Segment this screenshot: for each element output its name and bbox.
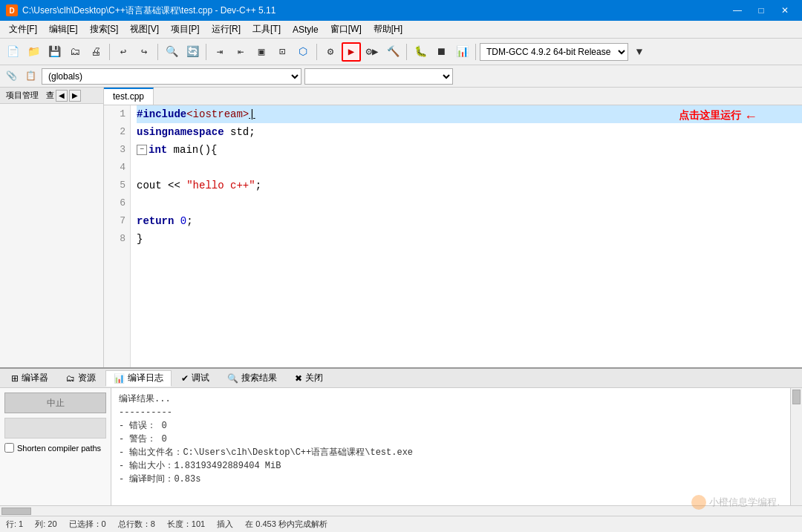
bottom-tab-关闭[interactable]: ✖关闭 (287, 370, 331, 387)
toolbar-sep6 (475, 44, 476, 60)
stop-button[interactable]: ⏹ (431, 42, 451, 62)
bottom-content: 中止 Shorten compiler paths 编译结果...-------… (0, 388, 802, 505)
nav-next[interactable]: ▶ (69, 90, 81, 102)
code-line-4 (137, 159, 802, 177)
code-editor[interactable]: #include <iostream>|using namespace std;… (131, 105, 802, 367)
project-manager-tab[interactable]: 项目管理 (0, 88, 45, 102)
bottom-tab-编译器[interactable]: ⊞编译器 (3, 370, 56, 387)
tab-icon-编译器: ⊞ (11, 373, 19, 384)
tab-label-编译器: 编译器 (22, 372, 48, 384)
toolbar2: 📎 📋 (globals) (0, 65, 802, 88)
abort-placeholder (4, 418, 106, 439)
bottom-panel: ⊞编译器🗂资源📊编译日志✔调试🔍搜索结果✖关闭 中止 Shorten compi… (0, 367, 802, 516)
save-button[interactable]: 💾 (45, 42, 64, 62)
bottom-left: 中止 Shorten compiler paths (0, 388, 111, 505)
code-line-6 (137, 194, 802, 212)
menu-item-F[interactable]: 文件[F] (3, 22, 43, 37)
collapse-marker-3[interactable]: − (137, 145, 147, 155)
status-parse: 在 0.453 秒内完成解析 (245, 519, 327, 530)
title-bar-left: D C:\Users\clh\Desktop\C++语言基础课程\test.cp… (6, 4, 276, 17)
shorten-paths-checkbox[interactable] (4, 443, 14, 453)
toolbar-sep1 (109, 44, 110, 60)
status-selected: 已选择：0 (69, 519, 106, 530)
menu-item-AStyle[interactable]: AStyle (287, 23, 325, 36)
bottom-tab-调试[interactable]: ✔调试 (173, 370, 218, 387)
redo-button[interactable]: ↪ (134, 42, 154, 62)
line-numbers: 12345678 (104, 105, 131, 367)
debug-button[interactable]: 🐛 (411, 42, 430, 62)
title-bar-controls: — □ ✕ (726, 3, 796, 18)
tb2-btn1[interactable]: 📎 (3, 68, 19, 85)
function-select[interactable]: (globals) (42, 68, 301, 85)
open-button[interactable]: 📁 (24, 42, 43, 62)
line-number-5: 5 (108, 177, 125, 194)
bottom-tab-搜索结果[interactable]: 🔍搜索结果 (219, 370, 285, 387)
compile-run-button[interactable]: ⚙▶ (362, 42, 382, 62)
shorten-paths-container: Shorten compiler paths (4, 443, 106, 453)
status-row: 行: 1 (6, 519, 23, 530)
uncomment-button[interactable]: ⊡ (273, 42, 292, 62)
menu-item-V[interactable]: 视图[V] (124, 22, 165, 37)
menu-item-H[interactable]: 帮助[H] (368, 22, 408, 37)
new-button[interactable]: 📄 (3, 42, 22, 62)
h-scrollbar[interactable] (0, 505, 802, 516)
editor-tabs: test.cpp (104, 88, 802, 105)
toolbar-sep2 (157, 44, 158, 60)
close-button[interactable]: ✕ (774, 3, 796, 18)
rebuild-button[interactable]: 🔨 (383, 42, 402, 62)
output-scrollbar[interactable] (790, 388, 802, 505)
find-button[interactable]: 🔍 (162, 42, 181, 62)
output-line-2: - 错误： 0 (119, 419, 783, 433)
tab-icon-编译日志: 📊 (114, 373, 125, 384)
indent-button[interactable]: ⇥ (210, 42, 229, 62)
menu-item-W[interactable]: 窗口[W] (325, 22, 368, 37)
menu-item-R[interactable]: 运行[R] (206, 22, 247, 37)
menu-item-T[interactable]: 工具[T] (247, 22, 287, 37)
tab-icon-调试: ✔ (181, 373, 189, 384)
print-button[interactable]: 🖨 (86, 42, 105, 62)
tab-icon-资源: 🗂 (66, 373, 75, 384)
tb2-btn2[interactable]: 📋 (22, 68, 39, 85)
compiler-config-button[interactable]: ▼ (630, 42, 649, 62)
tab-icon-搜索结果: 🔍 (227, 373, 238, 384)
nav-prev[interactable]: ◀ (56, 90, 68, 102)
output-line-0: 编译结果... (119, 393, 783, 406)
syntax-check-button[interactable]: ⬡ (293, 42, 313, 62)
save-all-button[interactable]: 🗂 (65, 42, 85, 62)
menu-item-P[interactable]: 项目[P] (165, 22, 206, 37)
status-col: 列: 20 (35, 519, 56, 530)
run-button[interactable]: ▶ (342, 42, 361, 62)
replace-button[interactable]: 🔄 (183, 42, 202, 62)
scrollbar-thumb[interactable] (792, 390, 801, 404)
code-line-8: } (137, 230, 802, 248)
comment-button[interactable]: ▣ (252, 42, 271, 62)
abort-button[interactable]: 中止 (4, 393, 106, 413)
undo-button[interactable]: ↩ (114, 42, 133, 62)
code-line-7: return 0; (137, 212, 802, 230)
code-line-3: −int main(){ (137, 141, 802, 159)
file-tab-test-cpp[interactable]: test.cpp (104, 88, 154, 105)
output-line-4: - 输出文件名：C:\Users\clh\Desktop\C++语言基础课程\t… (119, 446, 783, 459)
unindent-button[interactable]: ⇤ (231, 42, 250, 62)
output-line-5: - 输出大小：1.83193492889404 MiB (119, 459, 783, 473)
output-line-3: - 警告： 0 (119, 433, 783, 446)
function-select2[interactable] (304, 68, 453, 85)
status-length: 长度：101 (167, 519, 205, 530)
bottom-tab-资源[interactable]: 🗂资源 (58, 370, 104, 387)
toolbar: 📄 📁 💾 🗂 🖨 ↩ ↪ 🔍 🔄 ⇥ ⇤ ▣ ⊡ ⬡ ⚙ ▶ ⚙▶ 🔨 🐛 ⏹… (0, 39, 802, 65)
minimize-button[interactable]: — (726, 3, 749, 18)
profile-button[interactable]: 📊 (452, 42, 472, 62)
h-scrollbar-thumb[interactable] (1, 508, 31, 515)
compile-button[interactable]: ⚙ (321, 42, 340, 62)
status-total: 总行数：8 (118, 519, 155, 530)
line-number-2: 2 (108, 123, 125, 141)
line-number-8: 8 (108, 230, 125, 248)
query-btn[interactable]: 查 (46, 90, 54, 101)
bottom-tab-编译日志[interactable]: 📊编译日志 (105, 370, 172, 387)
menu-item-E[interactable]: 编辑[E] (43, 22, 84, 37)
code-line-2: using namespace std; (137, 123, 802, 141)
maximize-button[interactable]: □ (750, 3, 772, 18)
editor-area: test.cpp 点击这里运行 ← 12345678 #include <ios… (104, 88, 802, 367)
menu-item-S[interactable]: 搜索[S] (84, 22, 125, 37)
compiler-select[interactable]: TDM-GCC 4.9.2 64-bit Release (480, 43, 628, 61)
